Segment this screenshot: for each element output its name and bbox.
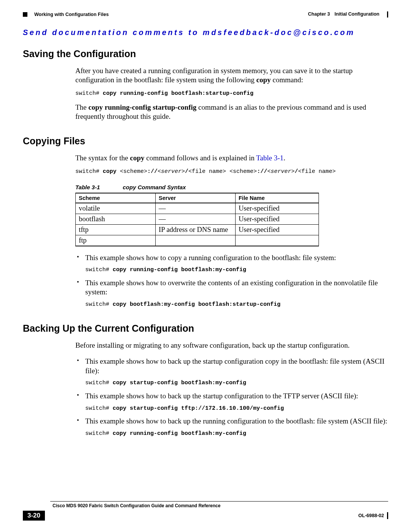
heading-saving-config: Saving the Configuration <box>23 48 388 59</box>
command-example: switch# copy running-config bootflash:st… <box>75 90 388 97</box>
list-item: This example shows how to back up the st… <box>75 391 388 412</box>
text: The syntax for the <box>75 154 130 162</box>
footer-rule <box>50 501 388 502</box>
heading-copying-files: Copying Files <box>23 136 388 147</box>
keyword: copy <box>130 154 145 162</box>
cli-command: copy startup-config tftp://172.16.10.100… <box>113 405 284 412</box>
col-scheme: Scheme <box>76 193 156 203</box>
cli-arg: <file name> <box>298 168 336 175</box>
command-syntax: switch# copy <scheme>://<server>/<file n… <box>75 168 388 175</box>
cli-arg: <server> <box>158 168 185 175</box>
example-list: This example shows how to copy a running… <box>75 253 388 308</box>
table-row: bootflash — User-specified <box>76 214 319 224</box>
table-caption: Table 3-1copy Command Syntax <box>75 184 388 190</box>
cell: bootflash <box>76 214 156 224</box>
table-row: tftp IP address or DNS name User-specifi… <box>76 224 319 235</box>
page-header: Working with Configuration Files Chapter… <box>23 11 388 18</box>
heading-backup-config: Backing Up the Current Configuration <box>23 323 388 334</box>
table-header-row: Scheme Server File Name <box>76 193 319 203</box>
keyword: copy running-config startup-config <box>88 103 196 111</box>
command-example: switch# copy startup-config tftp://172.1… <box>85 405 388 412</box>
document-id: OL-6988-02 <box>358 512 388 519</box>
cell: User-specified <box>236 224 319 235</box>
cli-arg: <scheme> <box>120 168 147 175</box>
text: command: <box>271 76 303 84</box>
table-title: copy Command Syntax <box>123 184 186 190</box>
text: This example shows how to back up the st… <box>85 357 384 375</box>
cell: User-specified <box>236 203 319 214</box>
table-reference-link[interactable]: Table 3-1 <box>256 154 284 162</box>
cell: tftp <box>76 224 156 235</box>
header-left: Working with Configuration Files <box>23 12 109 17</box>
cli-arg: <file name> <scheme> <box>188 168 257 175</box>
cli-command: copy startup-config bootflash:my-config <box>113 380 246 386</box>
paragraph: Before installing or migrating to any so… <box>75 341 388 350</box>
chapter-title: Initial Configuration <box>335 11 379 18</box>
text: This example shows how to copy a running… <box>85 254 336 262</box>
header-right: Chapter 3 Initial Configuration <box>308 11 388 18</box>
col-server: Server <box>156 193 236 203</box>
col-filename: File Name <box>236 193 319 203</box>
cli-prompt: switch# <box>85 380 113 386</box>
decorative-square-icon <box>23 12 27 17</box>
cli-sep: / <box>295 168 298 175</box>
cli-command: copy bootflash:my-config bootflash:start… <box>113 301 280 308</box>
cli-command: copy running-config bootflash:my-config <box>113 267 246 273</box>
table-number: Table 3-1 <box>75 184 100 190</box>
table-row: ftp <box>76 235 319 246</box>
cell: IP address or DNS name <box>156 224 236 235</box>
cell <box>236 235 319 246</box>
cli-prompt: switch# <box>85 301 113 308</box>
text: After you have created a running configu… <box>75 67 352 84</box>
keyword: copy <box>256 76 271 84</box>
paragraph: After you have created a running configu… <box>75 66 388 85</box>
text: This example shows how to overwrite the … <box>85 279 378 296</box>
text: This example shows how to back up the st… <box>85 392 358 400</box>
cli-arg: <server> <box>267 168 295 175</box>
vertical-bar-icon <box>387 512 388 519</box>
feedback-link[interactable]: Send documentation comments to mdsfeedba… <box>23 28 388 37</box>
cli-sep: :// <box>147 168 158 175</box>
list-item: This example shows how to back up the st… <box>75 357 388 387</box>
page-footer: Cisco MDS 9020 Fabric Switch Configurati… <box>23 501 388 521</box>
cell: User-specified <box>236 214 319 224</box>
cli-keyword: copy <box>103 168 120 175</box>
example-list: This example shows how to back up the st… <box>75 357 388 437</box>
command-example: switch# copy startup-config bootflash:my… <box>85 379 388 387</box>
cli-sep: :// <box>257 168 267 175</box>
cell: volatile <box>76 203 156 214</box>
cell: ftp <box>76 235 156 246</box>
cli-prompt: switch# <box>85 267 113 273</box>
cli-prompt: switch# <box>75 168 103 175</box>
command-example: switch# copy running-config bootflash:my… <box>85 430 388 438</box>
section-name: Working with Configuration Files <box>34 12 109 17</box>
command-example: switch# copy bootflash:my-config bootfla… <box>85 301 388 308</box>
paragraph: The copy running-config startup-config c… <box>75 103 388 121</box>
paragraph: The syntax for the copy command follows … <box>75 153 388 163</box>
text: This example shows how to back up the ru… <box>85 417 387 425</box>
cli-prompt: switch# <box>85 430 113 437</box>
list-item: This example shows how to copy a running… <box>75 253 388 274</box>
cell: — <box>156 203 236 214</box>
cell <box>156 235 236 246</box>
cli-command: copy running-config bootflash:my-config <box>113 430 246 437</box>
command-example: switch# copy running-config bootflash:my… <box>85 266 388 274</box>
text: . <box>284 154 285 162</box>
chapter-label: Chapter 3 <box>308 11 330 18</box>
copy-syntax-table: Scheme Server File Name volatile — User-… <box>75 193 319 246</box>
table-row: volatile — User-specified <box>76 203 319 214</box>
list-item: This example shows how to overwrite the … <box>75 278 388 308</box>
doc-id-text: OL-6988-02 <box>358 513 384 518</box>
cell: — <box>156 214 236 224</box>
cli-prompt: switch# <box>75 90 103 97</box>
cli-command: copy running-config bootflash:startup-co… <box>103 90 253 97</box>
list-item: This example shows how to back up the ru… <box>75 417 388 437</box>
book-title: Cisco MDS 9020 Fabric Switch Configurati… <box>53 503 388 508</box>
text: The <box>75 103 88 111</box>
text: command follows and is explained in <box>145 154 256 162</box>
cli-sep: / <box>185 168 188 175</box>
page-number: 3-20 <box>23 511 45 521</box>
cli-prompt: switch# <box>85 405 113 412</box>
vertical-bar-icon <box>387 11 388 18</box>
